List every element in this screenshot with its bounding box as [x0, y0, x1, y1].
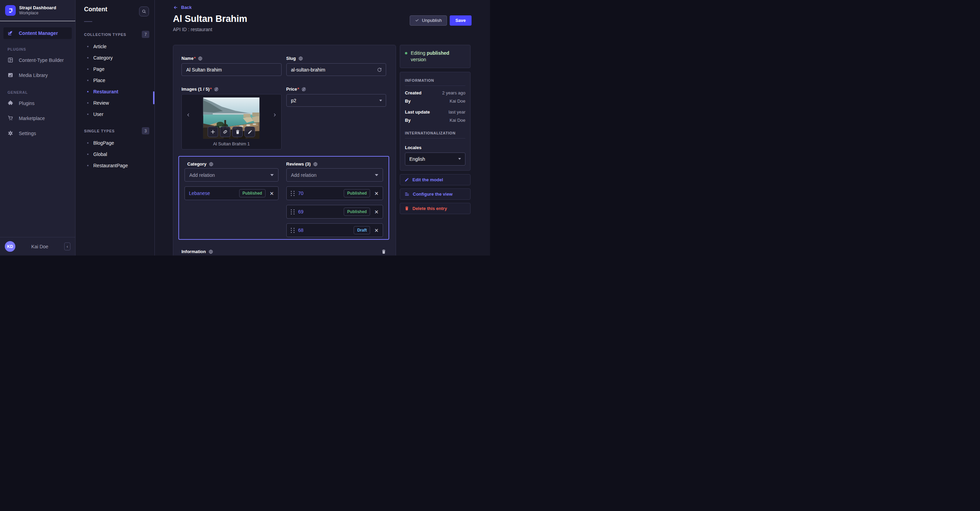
- trash-icon: [235, 129, 240, 134]
- required-asterisk: *: [210, 86, 212, 92]
- delete-component-button[interactable]: [381, 249, 386, 254]
- check-icon: [415, 19, 419, 22]
- sidebar-item-content-manager[interactable]: Content Manager: [3, 27, 72, 39]
- subnav-item-category[interactable]: Category: [75, 52, 154, 63]
- subnav-item-restaurantpage[interactable]: RestaurantPage: [75, 160, 154, 171]
- bullet-icon: [87, 142, 89, 144]
- drag-handle-icon[interactable]: [291, 191, 295, 196]
- subnav-item-blogpage[interactable]: BlogPage: [75, 137, 154, 149]
- collection-types-list: Article Category Page Place Restaurant R…: [75, 41, 154, 120]
- sidebar-item-settings[interactable]: Settings: [3, 126, 72, 141]
- subnav-item-user[interactable]: User: [75, 109, 154, 120]
- slug-field: Slug al-sultan-brahim: [286, 56, 387, 76]
- price-select[interactable]: p2: [286, 94, 387, 107]
- bullet-icon: [87, 153, 89, 155]
- strapi-logo-icon: [5, 5, 16, 16]
- plugins-section-heading: PLUGINS: [0, 47, 75, 52]
- picture-icon: [8, 72, 13, 78]
- images-carousel: Al Sultan Brahim 1: [181, 94, 282, 150]
- content-subnav: Content COLLECTION TYPES 7 Article Categ…: [75, 0, 155, 256]
- subnav-scrollbar-thumb[interactable]: [153, 91, 154, 104]
- user-avatar[interactable]: KD: [5, 241, 15, 252]
- updated-by-row: ByKai Doe: [405, 118, 465, 123]
- relations-component-box: Category Add relation: [178, 156, 389, 240]
- copy-link-button[interactable]: [220, 126, 231, 137]
- subnav-item-review[interactable]: Review: [75, 97, 154, 109]
- relation-link[interactable]: Lebanese: [189, 190, 210, 196]
- relation-link[interactable]: 69: [298, 209, 304, 214]
- regenerate-slug-icon[interactable]: [377, 67, 382, 72]
- globe-strike-icon: [301, 87, 306, 92]
- edit-view: Back Al Sultan Brahim API ID : restauran…: [155, 0, 490, 256]
- remove-relation-button[interactable]: ✕: [374, 209, 379, 214]
- delete-image-button[interactable]: [232, 126, 243, 137]
- locales-label: Locales: [405, 145, 465, 150]
- plus-icon: [210, 129, 216, 134]
- edit-image-button[interactable]: [245, 126, 255, 137]
- search-button[interactable]: [139, 6, 149, 16]
- save-button[interactable]: Save: [450, 15, 471, 26]
- single-types-count-badge: 3: [142, 127, 150, 134]
- configure-view-button[interactable]: Configure the view: [400, 188, 471, 200]
- pencil-icon: [247, 129, 252, 134]
- subnav-item-restaurant[interactable]: Restaurant: [75, 86, 154, 97]
- sidebar-item-media-library[interactable]: Media Library: [3, 68, 72, 83]
- relation-item-lebanese[interactable]: Lebanese Published ✕: [185, 187, 278, 200]
- information-component-header: Information: [181, 249, 386, 254]
- add-image-button[interactable]: [208, 126, 218, 137]
- user-name: Kai Doe: [15, 244, 64, 249]
- entry-meta-aside: Editing published version INFORMATION Cr…: [400, 45, 471, 214]
- field-label: Category: [187, 161, 207, 166]
- status-badge: Draft: [354, 226, 370, 234]
- created-row: Created2 years ago: [405, 90, 465, 96]
- collapse-sidebar-button[interactable]: ‹: [64, 243, 70, 251]
- sidebar-item-label: Marketplace: [19, 116, 45, 121]
- close-icon: ✕: [374, 227, 379, 233]
- information-panel: INFORMATION Created2 years ago ByKai Doe…: [400, 72, 471, 171]
- relation-item-69[interactable]: 69 Published ✕: [286, 205, 383, 219]
- workspace-brand[interactable]: Strapi Dashboard Workplace: [0, 0, 75, 21]
- delete-entry-button[interactable]: Delete this entry: [400, 203, 471, 214]
- sidebar-item-content-type-builder[interactable]: Content-Type Builder: [3, 53, 72, 68]
- layout-grid-icon: [8, 57, 13, 63]
- category-add-relation-select[interactable]: Add relation: [185, 168, 278, 182]
- sidebar-item-label: Content-Type Builder: [19, 57, 64, 63]
- unpublish-button[interactable]: Unpublish: [410, 15, 447, 26]
- sidebar-item-plugins[interactable]: Plugins: [3, 96, 72, 111]
- subnav-item-global[interactable]: Global: [75, 149, 154, 160]
- edit-model-button[interactable]: Edit the model: [400, 174, 471, 185]
- drag-handle-icon[interactable]: [291, 228, 295, 233]
- remove-relation-button[interactable]: ✕: [374, 228, 379, 233]
- drag-handle-icon[interactable]: [291, 209, 295, 214]
- close-icon: ✕: [374, 209, 379, 215]
- relation-item-68[interactable]: 68 Draft ✕: [286, 224, 383, 237]
- relation-link[interactable]: 70: [298, 190, 304, 196]
- back-link[interactable]: Back: [173, 5, 192, 10]
- caret-down-icon: [379, 99, 382, 101]
- remove-relation-button[interactable]: ✕: [374, 191, 379, 196]
- subnav-item-article[interactable]: Article: [75, 41, 154, 52]
- slug-input[interactable]: al-sultan-brahim: [286, 63, 387, 76]
- name-input[interactable]: Al Sultan Brahim: [181, 63, 282, 76]
- app-title: Strapi Dashboard: [19, 5, 56, 11]
- carousel-next-button[interactable]: [272, 112, 277, 118]
- bullet-icon: [87, 80, 89, 81]
- reviews-add-relation-select[interactable]: Add relation: [286, 168, 383, 182]
- subnav-item-page[interactable]: Page: [75, 63, 154, 75]
- subnav-item-place[interactable]: Place: [75, 75, 154, 86]
- status-badge: Published: [344, 208, 370, 216]
- carousel-prev-button[interactable]: [186, 112, 191, 118]
- required-asterisk: *: [194, 56, 196, 61]
- relation-item-70[interactable]: 70 Published ✕: [286, 187, 383, 200]
- remove-relation-button[interactable]: ✕: [269, 191, 274, 196]
- globe-icon: [198, 56, 203, 61]
- sidebar-item-marketplace[interactable]: Marketplace: [3, 111, 72, 126]
- editing-status-text: Editing published version: [411, 50, 465, 63]
- published-dot-icon: [405, 52, 407, 54]
- name-field: Name* Al Sultan Brahim: [181, 56, 282, 76]
- price-field: Price* p2: [286, 86, 387, 150]
- relation-link[interactable]: 68: [298, 227, 304, 233]
- globe-icon: [298, 56, 303, 61]
- locale-select[interactable]: English: [405, 153, 465, 166]
- image-caption: Al Sultan Brahim 1: [182, 141, 281, 146]
